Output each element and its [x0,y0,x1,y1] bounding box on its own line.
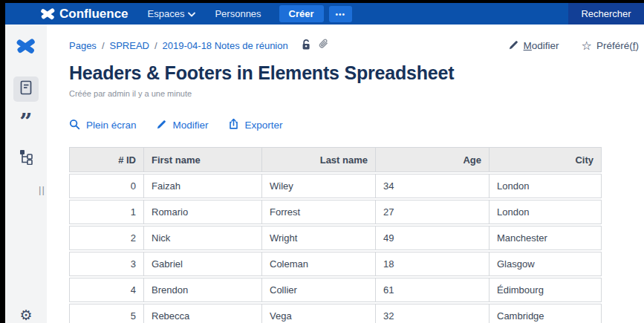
table-row[interactable]: 1 Romario Forrest 27 London [69,200,602,224]
export-label: Exporter [245,120,283,131]
search-input[interactable]: Rechercher [568,3,644,25]
breadcrumb-link-page[interactable]: 2019-04-18 Notes de réunion [163,40,288,51]
settings-button[interactable]: ⚙ [13,305,39,323]
cell-first-name: Rebecca [143,304,261,323]
table-row[interactable]: 0 Faizah Wiley 34 London [69,174,602,198]
cell-first-name: Romario [143,200,261,224]
edit-spreadsheet-button[interactable]: Modifier [156,119,209,132]
column-header-age[interactable]: Age [375,148,489,172]
cell-first-name: Faizah [143,174,261,198]
table-row[interactable]: 5 Rebecca Vega 32 Cambridge [69,304,602,323]
search-icon [69,119,80,132]
cell-id: 0 [70,174,143,198]
spreadsheet-toolbar: Plein écran Modifier Exp [69,118,639,132]
table-row[interactable]: 4 Brendon Collier 61 Édimbourg [69,278,602,302]
nav-personnes-label: Personnes [215,8,261,19]
fullscreen-label: Plein écran [86,120,137,131]
cell-city: London [489,174,601,198]
column-header-city[interactable]: City [489,148,601,172]
sidebar-item-pages[interactable] [13,76,39,102]
breadcrumb-separator: / [102,40,105,51]
table-header-row: # ID First name Last name Age City [69,147,602,172]
cell-city: Manchester [489,226,601,249]
page-title: Headers & Footers in Elements Spreadshee… [69,62,639,84]
column-header-id[interactable]: # ID [70,148,143,172]
cell-last-name: Wright [261,226,375,249]
top-navigation-bar: Confluence Espaces Personnes Créer ••• R… [5,3,644,25]
cell-id: 3 [70,252,143,275]
table-row[interactable]: 2 Nick Wright 49 Manchester [69,226,602,250]
edit-spreadsheet-label: Modifier [173,120,209,131]
sidebar-item-blog[interactable]: ” [13,111,39,133]
export-icon [228,118,239,132]
table-row[interactable]: 3 Gabriel Coleman 18 Glasgow [69,252,602,276]
cell-first-name: Brendon [143,278,261,301]
quote-icon: ” [19,105,32,138]
export-button[interactable]: Exporter [228,118,283,132]
favorite-button[interactable]: ☆ Préféré(f) [582,39,639,53]
cell-city: Édimbourg [489,278,601,301]
star-icon: ☆ [582,39,592,53]
cell-last-name: Collier [261,278,375,301]
pencil-icon [508,39,519,53]
cell-city: Cambridge [489,304,601,323]
cell-id: 4 [70,278,143,301]
cell-first-name: Gabriel [143,252,261,275]
cell-age: 27 [375,200,489,224]
nav-item-personnes[interactable]: Personnes [215,8,261,19]
cell-city: Glasgow [489,252,601,275]
nav-item-espaces[interactable]: Espaces [148,8,196,19]
favorite-label: Préféré(f) [596,40,639,51]
breadcrumb: Pages / SPREAD / 2019-04-18 Notes de réu… [69,39,330,53]
cell-age: 34 [375,174,489,198]
cell-first-name: Nick [143,226,261,249]
column-header-first-name[interactable]: First name [143,148,261,172]
cell-last-name: Vega [261,304,375,323]
cell-last-name: Coleman [261,252,375,275]
paperclip-icon[interactable] [318,39,330,53]
cell-id: 5 [70,304,143,323]
cell-age: 32 [375,304,489,323]
confluence-logo-icon [41,8,55,20]
cell-id: 1 [70,200,143,224]
breadcrumb-link-space[interactable]: SPREAD [110,40,149,51]
sidebar-resize-handle[interactable]: || [39,184,45,195]
fullscreen-button[interactable]: Plein écran [69,119,137,132]
nav-espaces-label: Espaces [148,8,185,19]
column-header-last-name[interactable]: Last name [261,148,375,172]
cell-last-name: Forrest [261,200,375,224]
unlock-icon[interactable] [301,39,312,53]
cell-last-name: Wiley [261,174,375,198]
sidebar-item-home[interactable] [16,39,36,56]
chevron-down-icon [188,8,195,19]
breadcrumb-link-pages[interactable]: Pages [69,40,97,51]
brand-label: Confluence [59,7,129,22]
edit-page-button[interactable]: Modifier [508,39,559,53]
page-actions: Modifier ☆ Préféré(f) [508,39,639,53]
cell-age: 49 [375,226,489,249]
breadcrumb-icons [301,39,330,53]
page-byline: Créée par admin il y a une minute [69,89,639,98]
window-frame-left [0,0,5,323]
edit-page-label: Modifier [524,40,559,51]
cell-id: 2 [70,226,143,249]
breadcrumb-row: Pages / SPREAD / 2019-04-18 Notes de réu… [69,39,639,53]
more-menu-button[interactable]: ••• [329,6,353,22]
tree-icon [19,149,34,168]
breadcrumb-separator: / [155,40,157,51]
left-sidebar: ” ⚙ [5,25,47,323]
document-icon [19,80,33,98]
main-content: Pages / SPREAD / 2019-04-18 Notes de réu… [47,25,644,323]
cell-city: London [489,200,601,224]
gear-icon: ⚙ [19,307,32,323]
sidebar-item-hierarchy[interactable] [13,148,39,169]
pencil-icon [156,119,167,132]
cell-age: 61 [375,278,489,301]
cell-age: 18 [375,252,489,275]
window-frame-top [0,0,644,3]
spreadsheet-table: # ID First name Last name Age City 0 Fai… [69,147,602,323]
confluence-app-window: Confluence Espaces Personnes Créer ••• R… [0,0,644,323]
create-button[interactable]: Créer [279,5,324,22]
confluence-logo-icon [16,39,36,57]
confluence-brand[interactable]: Confluence [41,7,129,22]
